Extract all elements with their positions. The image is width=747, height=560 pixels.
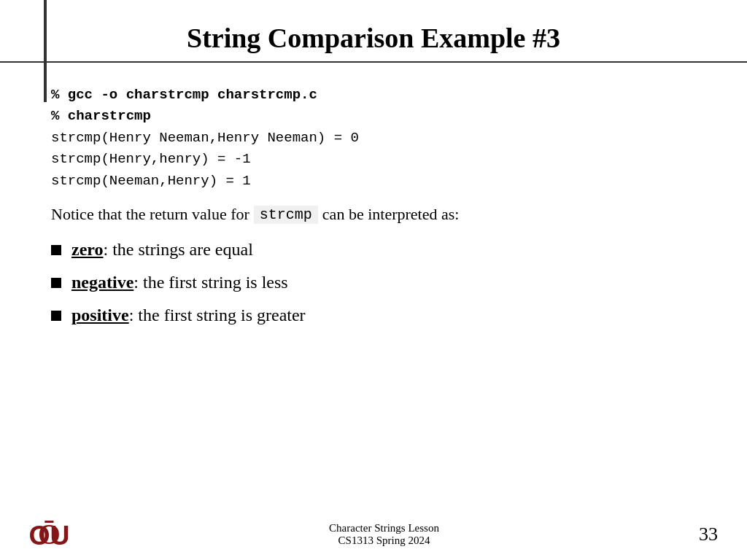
code-line-4: strcmp(Henry,henry) = -1 bbox=[51, 149, 696, 170]
footer-course-line2: CS1313 Spring 2024 bbox=[329, 534, 439, 547]
ou-logo: Ō OU bbox=[29, 515, 69, 555]
slide: String Comparison Example #3 % gcc -o ch… bbox=[0, 0, 747, 560]
bullet-text-positive: positive: the first string is greater bbox=[71, 306, 306, 325]
notice-line: Notice that the return value for strcmp … bbox=[51, 205, 696, 224]
code-line-1: % gcc -o charstrcmp charstrcmp.c bbox=[51, 85, 696, 106]
bullet-icon-negative bbox=[51, 278, 61, 288]
slide-header: String Comparison Example #3 bbox=[0, 0, 747, 63]
cmd-1: gcc -o charstrcmp charstrcmp.c bbox=[68, 87, 317, 103]
bullet-item-positive: positive: the first string is greater bbox=[51, 306, 696, 325]
footer-course-line1: Character Strings Lesson bbox=[329, 522, 439, 534]
bullet-item-negative: negative: the first string is less bbox=[51, 273, 696, 292]
footer-course-info: Character Strings Lesson CS1313 Spring 2… bbox=[329, 522, 439, 547]
bullet-text-zero: zero: the strings are equal bbox=[71, 240, 253, 260]
term-zero: zero bbox=[71, 240, 104, 259]
bullet-list: zero: the strings are equal negative: th… bbox=[51, 240, 696, 325]
term-negative: negative bbox=[71, 273, 133, 292]
prompt-2: % bbox=[51, 108, 59, 124]
notice-prefix: Notice that the return value for bbox=[51, 205, 249, 224]
code-block: % gcc -o charstrcmp charstrcmp.c % chars… bbox=[51, 85, 696, 192]
slide-content: % gcc -o charstrcmp charstrcmp.c % chars… bbox=[0, 77, 747, 325]
cmd-2: charstrcmp bbox=[68, 108, 151, 124]
bullet-icon-zero bbox=[51, 245, 61, 255]
bullet-text-negative: negative: the first string is less bbox=[71, 273, 288, 292]
svg-text:OU: OU bbox=[29, 520, 69, 551]
code-line-3: strcmp(Henry Neeman,Henry Neeman) = 0 bbox=[51, 128, 696, 149]
bullet-icon-positive bbox=[51, 311, 61, 321]
code-line-5: strcmp(Neeman,Henry) = 1 bbox=[51, 171, 696, 192]
prompt-1: % bbox=[51, 87, 59, 103]
code-line-2: % charstrcmp bbox=[51, 106, 696, 127]
slide-footer: Ō OU Character Strings Lesson CS1313 Spr… bbox=[0, 509, 747, 560]
footer-page-number: 33 bbox=[699, 524, 718, 545]
slide-title: String Comparison Example #3 bbox=[51, 22, 696, 54]
term-positive: positive bbox=[71, 306, 129, 324]
left-accent-bar bbox=[44, 0, 47, 102]
notice-inline-code: strcmp bbox=[254, 206, 318, 224]
bullet-item-zero: zero: the strings are equal bbox=[51, 240, 696, 260]
notice-suffix: can be interpreted as: bbox=[322, 205, 460, 224]
